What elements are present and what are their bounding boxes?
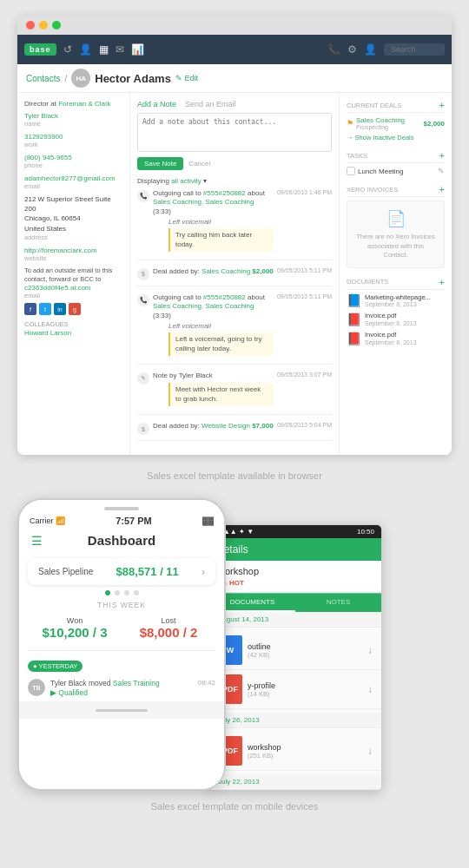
android-time: 10:50 [357, 528, 374, 536]
download-icon[interactable]: ↓ [367, 683, 373, 695]
note-textarea[interactable] [137, 113, 332, 152]
download-icon[interactable]: ↓ [367, 745, 373, 757]
doc-name[interactable]: Marketing-whitepage... [365, 293, 431, 302]
twitter-icon[interactable]: t [39, 303, 51, 315]
deal-flag-icon: ⚑ [347, 119, 353, 128]
pdf-doc-icon: 📕 [347, 312, 361, 326]
sidebar-email-value[interactable]: adamhector8277@gmail.com [24, 174, 116, 182]
ios-menu-icon[interactable]: ☰ [31, 534, 43, 548]
deal-link[interactable]: Sales Coaching, Sales Coaching [153, 302, 254, 310]
task-checkbox[interactable] [347, 167, 355, 175]
nav-user-icon[interactable]: 👤 [364, 43, 377, 56]
sidebar-phone-work: 3129293900 work [24, 132, 122, 148]
doc-name: y-profile [248, 681, 362, 690]
date-separator: August 14, 2013 [209, 612, 381, 628]
sidebar-phone-value[interactable]: 3129293900 [24, 133, 63, 141]
googleplus-icon[interactable]: g [69, 303, 81, 315]
phone-link[interactable]: #555#250882 [203, 293, 246, 301]
nav-contacts-icon[interactable]: 👤 [79, 43, 92, 56]
pipeline-label: Sales Pipeline [38, 567, 93, 576]
minimize-button-icon[interactable] [39, 21, 48, 30]
android-workshop-header: workshop 🔥 HOT [209, 561, 381, 593]
sales-training-link[interactable]: Sales Training [113, 679, 160, 687]
hot-badge: 🔥 HOT [218, 578, 373, 587]
activity-item: 📞 Outgoing call to #555#250882 about Sal… [137, 189, 332, 260]
close-button-icon[interactable] [26, 21, 35, 30]
doc-meta: (251 KB) [248, 752, 362, 760]
call-icon: 📞 [137, 294, 149, 306]
save-note-button[interactable]: Save Note [137, 157, 183, 170]
ios-mockup: Carrier 📶 7:57 PM ▓▓ ☰ Dashboard Sales P… [17, 498, 226, 791]
left-sidebar: Director at Foreman & Clark Tyler Black … [17, 93, 130, 455]
won-label: Won [33, 616, 116, 625]
notes-tab[interactable]: NOTES [295, 594, 381, 612]
right-panel: CURRENT DEALS + ⚑ Sales Coaching Prospec… [339, 93, 452, 455]
activity-date: 09/05/2013 5:04 PM [277, 422, 332, 428]
android-doc-item: PDF y-profile (14 KB) ↓ [209, 670, 381, 709]
android-tabs: DOCUMENTS NOTES [209, 593, 381, 612]
activity-item: $ Deal added by: Sales Coaching $2,000 0… [137, 267, 332, 286]
nav-calendar-icon[interactable]: ✉ [116, 43, 124, 56]
pdf-doc-icon: 📕 [347, 332, 361, 345]
nav-phone-icon[interactable]: 📞 [327, 43, 340, 56]
android-status-bar: ▲▲▲ ✦ ▼ 10:50 [209, 525, 381, 538]
doc-name[interactable]: Invoice.pdf [365, 312, 417, 320]
send-email-action[interactable]: Send an Email [185, 100, 236, 108]
cancel-button[interactable]: Cancel [188, 157, 210, 170]
search-input[interactable] [384, 43, 445, 56]
deal-link[interactable]: Sales Coaching [201, 267, 250, 275]
tasks-section: TASKS + Lunch Meeting ✎ [347, 150, 445, 175]
bcc-email[interactable]: c2363dd0f4e5.al.com [24, 284, 91, 292]
voicemail-label: Left voicemail [168, 322, 274, 330]
add-task-button[interactable]: + [439, 150, 445, 161]
sidebar-website-value[interactable]: http://foremanclark.com [24, 247, 97, 254]
ios-pipeline-card[interactable]: Sales Pipeline $88,571 / 11 › [28, 558, 215, 585]
ios-activity-text: Tyler Black moved Sales Training ▶ Quali… [50, 679, 193, 698]
colleague-link[interactable]: Howard Larson [24, 329, 71, 337]
maximize-button-icon[interactable] [52, 21, 61, 30]
facebook-icon[interactable]: f [24, 303, 36, 315]
nav-chart-icon[interactable]: 📊 [131, 43, 144, 56]
android-doc-item: PDF workshop (251 KB) ↓ [209, 732, 381, 771]
ios-speaker [104, 507, 139, 510]
add-note-action[interactable]: Add a Note [137, 100, 176, 108]
activity-filter-link[interactable]: all activity [171, 177, 201, 185]
ios-time: 7:57 PM [116, 516, 152, 526]
ios-screen-title: Dashboard [88, 533, 155, 548]
doc-date: September 8, 2013 [365, 339, 417, 345]
add-document-button[interactable]: + [439, 277, 445, 287]
linkedin-icon[interactable]: in [54, 303, 66, 315]
date-separator: July 26, 2013 [209, 713, 381, 728]
xero-empty-message: 📄 There are no Xero Invoices associated … [347, 201, 445, 268]
sidebar-contact-tyler: Tyler Black name [24, 111, 122, 128]
company-link[interactable]: Foreman & Clark [58, 100, 110, 108]
show-inactive-deals[interactable]: → Show Inactive Deals [347, 134, 445, 141]
doc-name[interactable]: Invoice.pdf [365, 331, 417, 339]
doc-item: 📕 Invoice.pdf September 8, 2013 [347, 312, 445, 326]
deal-link[interactable]: Sales Coaching, Sales Coaching [153, 198, 254, 206]
workshop-title: workshop [218, 566, 373, 576]
bcc-note: To add an outside email to this contact,… [24, 266, 122, 284]
task-edit-icon[interactable]: ✎ [438, 167, 445, 175]
ios-pagination-dots [19, 590, 224, 595]
sidebar-phone2-value[interactable]: (800) 945-9655 [24, 154, 72, 161]
nav-person-icon[interactable]: ▦ [99, 43, 109, 56]
documents-header: DOCUMENTS + [347, 277, 445, 290]
avatar: TB [28, 679, 45, 696]
nav-settings-icon[interactable]: ⚙ [347, 43, 357, 56]
add-deal-button[interactable]: + [439, 100, 445, 110]
nav-back-icon[interactable]: ↺ [63, 43, 72, 56]
date-separator: July 22, 2013 [209, 774, 381, 790]
add-xero-button[interactable]: + [439, 184, 445, 194]
browser-window: base ↺ 👤 ▦ ✉ 📊 📞 ⚙ 👤 Contacts / HA Hecto… [17, 16, 452, 455]
deal-link[interactable]: Website Design [201, 422, 250, 430]
doc-name: outline [248, 642, 362, 651]
phone-link[interactable]: #555#250882 [203, 189, 246, 197]
deal-name[interactable]: Sales Coaching [356, 116, 405, 124]
sidebar-address: 212 W Superior Street Suite 200Chicago, … [24, 194, 122, 241]
contact-name: Hector Adams [95, 72, 171, 85]
edit-link[interactable]: ✎ Edit [175, 74, 198, 82]
doc-date: September 8, 2013 [365, 320, 417, 326]
download-icon[interactable]: ↓ [367, 644, 373, 656]
contacts-breadcrumb-link[interactable]: Contacts [26, 74, 60, 83]
